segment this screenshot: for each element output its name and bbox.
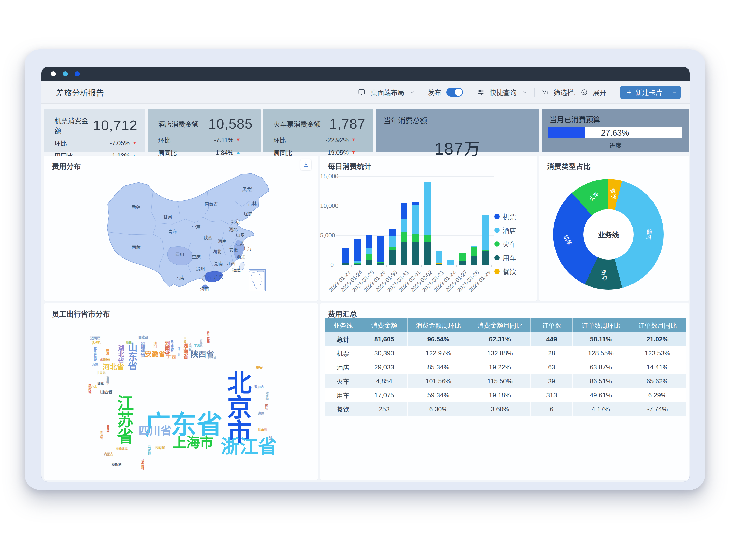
expand-circle-icon[interactable] [581,89,588,96]
desktop-layout-label[interactable]: 桌面端布局 [371,87,404,97]
download-button[interactable] [300,159,311,170]
legend-item-火车[interactable]: 火车 [494,239,516,249]
bar-segment-用车[interactable] [377,263,384,265]
close-window-icon[interactable] [51,71,56,76]
bar-segment-火车[interactable] [482,250,489,251]
publish-toggle[interactable] [446,88,463,97]
quick-query-label[interactable]: 快捷查询 [490,87,517,97]
bar-segment-用车[interactable] [342,263,349,265]
new-card-button[interactable]: 新建卡片 [620,86,681,99]
table-row[interactable]: 餐饮2536.30%3.60%64.17%-7.74% [325,402,686,416]
bar-2023-01-30[interactable] [386,229,398,265]
table-header-cell[interactable]: 订单数周环比 [573,318,629,332]
x-axis-tick [421,265,422,267]
chevron-down-icon[interactable] [410,89,415,95]
province-label: 贵州 [196,267,205,271]
bar-2023-01-31[interactable] [398,203,410,265]
table-row[interactable]: 酒店29,03385.34%19.22%6363.87%14.41% [325,360,686,374]
province-label: 广东 [214,275,223,280]
bar-segment-火车[interactable] [366,254,372,260]
bar-segment-机票[interactable] [412,202,419,205]
kpi-card-hotel-spend[interactable]: 酒店消费金额10,585 环比-7.11%▼ 周同比1.84%▲ [148,109,261,152]
bar-2023-01-26[interactable] [375,236,386,265]
kpi-card-monthly-budget[interactable]: 当月已消费预算 27.63% 进度 [542,109,689,152]
bar-segment-火车[interactable] [389,247,396,250]
bar-segment-酒店[interactable] [389,236,396,247]
chevron-down-icon[interactable] [522,89,528,95]
expand-label[interactable]: 展开 [593,87,606,97]
y-axis-tick: 5,000 [320,232,334,239]
bar-segment-火车[interactable] [471,247,477,256]
bar-segment-酒店[interactable] [436,251,442,263]
bar-2023-01-22[interactable] [445,260,456,265]
donut-center: 业务线 [583,209,634,260]
bar-segment-用车[interactable] [412,242,419,265]
bar-2023-01-23[interactable] [340,248,351,265]
bar-2023-01-24[interactable] [351,239,363,265]
legend-item-用车[interactable]: 用车 [494,253,516,262]
bar-segment-火车[interactable] [459,253,466,261]
legend-item-餐饮[interactable]: 餐饮 [494,267,516,276]
bar-segment-火车[interactable] [412,234,419,242]
table-header-cell[interactable]: 消费金额周环比 [408,318,469,332]
table-row[interactable]: 总计81,60596.54%62.31%44958.11%21.02% [325,332,686,346]
bar-segment-酒店[interactable] [366,248,372,254]
table-row[interactable]: 火车4,854101.56%115.50%3986.51%65.62% [325,374,686,388]
wordcloud-word: 辽宁省 [177,347,180,356]
bar-segment-用车[interactable] [459,261,466,265]
legend-item-酒店[interactable]: 酒店 [494,225,516,235]
bar-segment-酒店[interactable] [401,219,407,232]
bar-segment-机票[interactable] [366,235,372,248]
legend-item-机票[interactable]: 机票 [494,212,516,221]
bar-segment-用车[interactable] [366,260,372,265]
publish-label: 发布 [428,87,441,97]
kpi-card-train-spend[interactable]: 火车票消费金额1,787 环比-22.92%▼ 周同比-19.05%▼ [263,109,373,152]
bar-segment-机票[interactable] [342,248,349,263]
bar-segment-用车[interactable] [401,242,407,265]
minimize-window-icon[interactable] [63,71,68,76]
bar-segment-机票[interactable] [377,236,384,262]
bar-segment-火车[interactable] [424,235,431,242]
maximize-window-icon[interactable] [75,71,80,76]
bar-segment-用车[interactable] [354,264,361,265]
bar-segment-机票[interactable] [389,229,396,236]
bar-2023-01-27[interactable] [456,253,468,265]
bar-2023-01-21[interactable] [433,251,445,265]
table-header-cell[interactable]: 消费金额 [361,318,408,332]
bar-2023-01-28[interactable] [468,246,480,265]
bar-2023-02-02[interactable] [421,182,433,265]
table-row[interactable]: 机票30,390122.97%132.88%28128.55%123.53% [325,346,686,360]
bar-segment-酒店[interactable] [447,260,454,265]
table-header-cell[interactable]: 业务线 [325,318,361,332]
bar-segment-酒店[interactable] [424,182,431,235]
bar-segment-用车[interactable] [482,251,489,265]
trend-arrow-icon: ▼ [351,150,356,155]
window-titlebar [41,67,690,81]
kpi-card-flight-spend[interactable]: 机票消费金额10,712 环比-7.05%▼ 周同比1.13%▲ [44,109,145,152]
app-window: 差旅分析报告 桌面端布局 发布 快捷查询 [41,67,690,482]
bar-2023-01-25[interactable] [363,235,375,265]
kpi-metric-label: 环比 [158,135,200,144]
table-header-cell[interactable]: 消费金额月同比 [469,318,531,332]
bar-2023-01-29[interactable] [480,215,491,265]
bar-segment-酒店[interactable] [412,205,419,234]
bar-segment-酒店[interactable] [482,215,489,250]
table-header-cell[interactable]: 订单数月同比 [629,318,686,332]
china-map[interactable]: 新疆西藏青海甘肃宁夏内蒙古黑龙江吉林辽宁北京河北山东陕西河南江苏上海四川重庆湖北… [100,170,276,294]
kpi-card-yearly-total[interactable]: 当年消费总额 187万 [376,109,539,152]
wordcloud-word: 拉斯维加斯 [94,347,96,361]
bar-segment-酒店[interactable] [354,261,361,263]
table-cell: 96.54% [408,332,469,346]
table-header-cell[interactable]: 订单数 [531,318,573,332]
bar-segment-用车[interactable] [436,264,442,265]
bar-2023-02-01[interactable] [410,202,421,265]
bar-segment-机票[interactable] [354,239,361,261]
bar-segment-火车[interactable] [401,232,407,242]
bar-segment-用车[interactable] [424,242,431,265]
wordcloud[interactable]: 广东省北京市浙江省江苏省上海市四川省山东省陕西省河北省安徽省湖北省河南省湖南省福… [44,303,318,480]
bar-segment-用车[interactable] [471,256,477,265]
bar-segment-机票[interactable] [401,203,407,219]
table-row[interactable]: 用车17,07559.34%19.18%31349.61%6.29% [325,388,686,402]
bar-segment-用车[interactable] [389,250,396,265]
new-card-dropdown[interactable] [668,86,681,99]
